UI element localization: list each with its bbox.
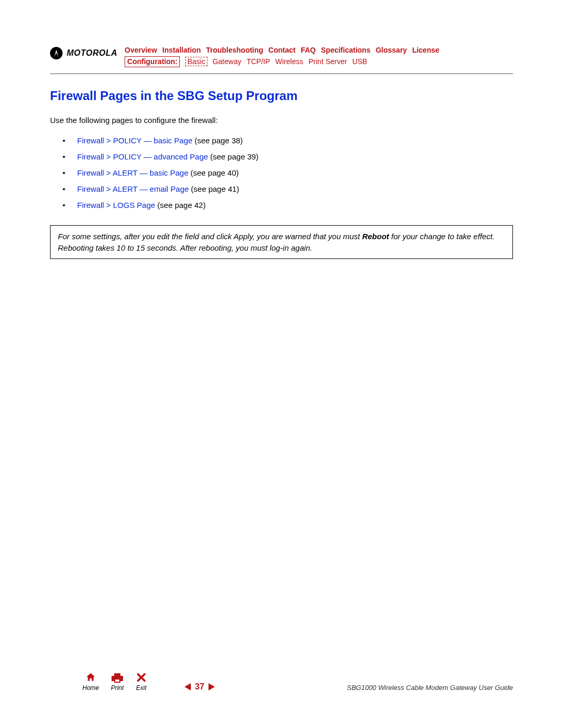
note-pre: For some settings, after you edit the fi…: [58, 232, 362, 241]
home-label: Home: [82, 684, 99, 692]
link-firewall-alert-email[interactable]: Firewall > ALERT — email Page: [77, 184, 189, 193]
list-item: Firewall > POLICY — advanced Page (see p…: [63, 152, 513, 161]
nav-contact[interactable]: Contact: [268, 46, 296, 54]
list-item: Firewall > ALERT — email Page (see page …: [63, 184, 513, 193]
reboot-note: For some settings, after you edit the fi…: [50, 225, 513, 260]
page-ref: (see page 42): [155, 201, 206, 209]
exit-button[interactable]: Exit: [136, 671, 147, 692]
nav-specifications[interactable]: Specifications: [321, 46, 371, 54]
subnav-basic[interactable]: Basic: [185, 57, 207, 66]
intro-text: Use the following pages to configure the…: [50, 116, 513, 125]
page-ref: (see page 38): [192, 136, 243, 145]
exit-label: Exit: [136, 684, 146, 692]
header-divider: [50, 73, 513, 74]
nav-installation[interactable]: Installation: [162, 46, 201, 54]
svg-rect-1: [114, 673, 120, 676]
firewall-page-list: Firewall > POLICY — basic Page (see page…: [50, 136, 513, 209]
nav-faq[interactable]: FAQ: [301, 46, 316, 54]
nav-overview[interactable]: Overview: [125, 46, 157, 54]
nav-troubleshooting[interactable]: Troubleshooting: [206, 46, 263, 54]
exit-icon: [136, 671, 147, 683]
header: MOTOROLA Overview Installation Troublesh…: [50, 45, 513, 67]
subnav-wireless[interactable]: Wireless: [275, 57, 303, 66]
home-icon: [85, 671, 96, 683]
subnav-tcpip[interactable]: TCP/IP: [247, 57, 270, 66]
subnav-usb[interactable]: USB: [352, 57, 368, 66]
svg-rect-2: [115, 679, 120, 682]
page-navigator: 37: [185, 682, 215, 692]
list-item: Firewall > LOGS Page (see page 42): [63, 201, 513, 209]
printer-icon: [111, 671, 124, 683]
page-ref: (see page 40): [188, 168, 239, 177]
page-number: 37: [195, 682, 204, 692]
secondary-nav: Configuration: Basic Gateway TCP/IP Wire…: [125, 56, 513, 67]
next-page-button[interactable]: [209, 683, 215, 690]
list-item: Firewall > ALERT — basic Page (see page …: [63, 168, 513, 177]
nav-glossary[interactable]: Glossary: [376, 46, 407, 54]
primary-nav: Overview Installation Troubleshooting Co…: [125, 46, 513, 54]
document-title: SBG1000 Wireless Cable Modem Gateway Use…: [347, 684, 513, 692]
subnav-gateway[interactable]: Gateway: [213, 57, 241, 66]
print-label: Print: [111, 684, 124, 692]
link-firewall-policy-advanced[interactable]: Firewall > POLICY — advanced Page: [77, 152, 208, 161]
home-button[interactable]: Home: [82, 671, 99, 692]
link-firewall-alert-basic[interactable]: Firewall > ALERT — basic Page: [77, 168, 188, 177]
print-button[interactable]: Print: [111, 671, 124, 692]
brand-word: MOTOROLA: [67, 48, 117, 58]
motorola-batwing-icon: [50, 47, 63, 59]
list-item: Firewall > POLICY — basic Page (see page…: [63, 136, 513, 145]
nav-license[interactable]: License: [412, 46, 439, 54]
page-ref: (see page 41): [189, 184, 239, 193]
note-strong: Reboot: [362, 232, 389, 241]
page-ref: (see page 39): [208, 152, 259, 161]
brand-logo: MOTOROLA: [50, 47, 117, 59]
page-title: Firewall Pages in the SBG Setup Program: [50, 89, 513, 103]
link-firewall-policy-basic[interactable]: Firewall > POLICY — basic Page: [77, 136, 192, 145]
configuration-label: Configuration:: [125, 56, 180, 67]
subnav-print-server[interactable]: Print Server: [309, 57, 347, 66]
prev-page-button[interactable]: [185, 683, 191, 690]
link-firewall-logs[interactable]: Firewall > LOGS Page: [77, 201, 155, 209]
